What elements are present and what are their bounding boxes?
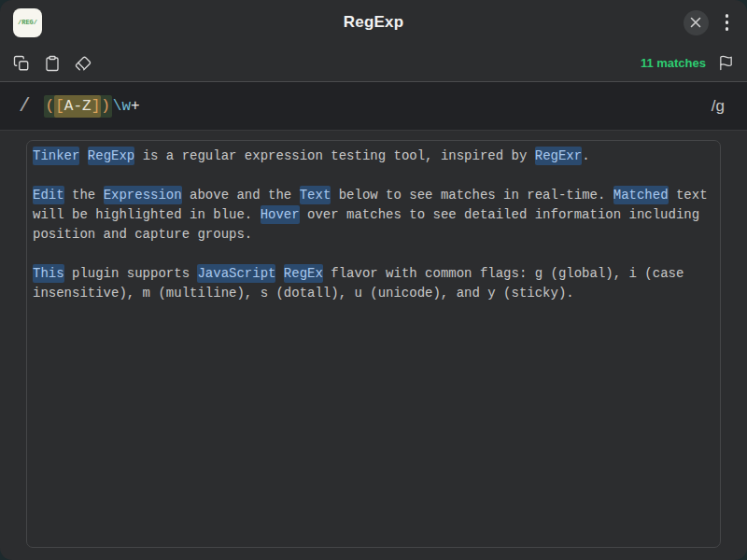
toolbar-right: 11 matches [641, 55, 734, 71]
paragraph: This plugin supports JavaScript RegEx fl… [33, 264, 714, 303]
match-highlight: Edit [33, 186, 64, 204]
regex-group: ([A-Z]) [44, 95, 112, 118]
menu-button[interactable] [720, 10, 735, 35]
text-segment: . [582, 148, 589, 163]
match-highlight: Text [300, 186, 331, 204]
copy-icon [13, 55, 30, 72]
close-button[interactable] [684, 10, 709, 35]
close-icon [690, 17, 701, 28]
flag-icon [718, 55, 734, 71]
text-segment: the [64, 188, 104, 203]
paste-button[interactable] [44, 55, 61, 72]
match-highlight: RegExp [88, 147, 134, 165]
kebab-dot [726, 27, 729, 31]
app-logo-text: /REG/ [18, 19, 37, 26]
kebab-dot [726, 14, 729, 18]
regex-flags: /g [712, 97, 725, 116]
regex-class-content: A-Z [64, 98, 92, 115]
regex-open-delimiter: / [19, 95, 31, 117]
match-highlight: JavaScript [197, 264, 275, 283]
match-highlight: Hover [261, 205, 300, 224]
text-segment: is a regular expression testing tool, in… [134, 148, 534, 163]
kebab-dot [726, 21, 729, 24]
match-count-badge: 11 matches [641, 56, 706, 70]
text-segment [275, 266, 283, 281]
match-highlight: RegExr [535, 147, 582, 165]
regex-class-close: ] [92, 98, 101, 115]
regex-class-open: [ [55, 98, 64, 115]
regex-tokens: ([A-Z])\w+ [44, 95, 140, 118]
app-logo: /REG/ [13, 8, 42, 37]
paragraph: Edit the Expression above and the Text b… [33, 186, 714, 245]
match-highlight: Expression [104, 186, 182, 204]
match-highlight: Matched [613, 186, 669, 204]
clear-button[interactable] [75, 55, 92, 72]
clipboard-icon [44, 55, 61, 72]
toolbar: 11 matches [0, 45, 747, 82]
regexp-plugin-window: /REG/ RegExp [0, 0, 747, 560]
text-segment: above and the [182, 188, 300, 203]
regex-quantifier: + [131, 98, 140, 115]
header-actions [684, 10, 735, 35]
window-title: RegExp [344, 13, 404, 32]
paragraph: Tinker RegExp is a regular expression te… [33, 147, 714, 166]
flags-button[interactable] [718, 55, 734, 71]
text-segment [79, 148, 87, 163]
match-highlight: RegEx [284, 264, 323, 283]
regex-group-close: ) [101, 98, 110, 115]
sample-text[interactable]: Tinker RegExp is a regular expression te… [26, 140, 721, 548]
eraser-icon [75, 55, 92, 72]
expression-input[interactable]: / ([A-Z])\w+ /g [0, 82, 747, 131]
match-highlight: This [33, 264, 64, 283]
text-segment: below to see matches in real-time. [331, 188, 613, 203]
regex-group-open: ( [46, 98, 55, 115]
regex-char-class: [A-Z] [54, 95, 101, 118]
header: /REG/ RegExp [0, 0, 747, 45]
copy-button[interactable] [13, 55, 30, 72]
match-highlight: Tinker [33, 147, 79, 165]
regex-escape-token: \w [113, 98, 131, 115]
text-segment: plugin supports [64, 266, 198, 281]
